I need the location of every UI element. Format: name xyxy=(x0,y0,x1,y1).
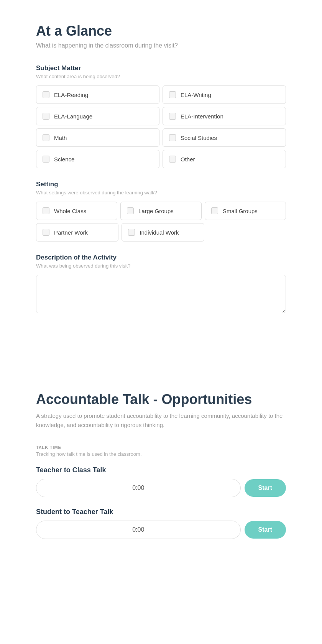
teacher-to-class-section: Teacher to Class Talk 0:00 Start xyxy=(36,466,286,497)
talk-time-label: TALK TIME xyxy=(36,445,286,450)
page-subtitle: What is happening in the classroom durin… xyxy=(36,42,286,49)
checkbox-math[interactable]: Math xyxy=(36,128,159,147)
checkbox-box-large-groups xyxy=(127,207,134,214)
accountable-talk-title: Accountable Talk - Opportunities xyxy=(36,391,286,407)
checkbox-ela-intervention[interactable]: ELA-Intervention xyxy=(163,107,286,125)
teacher-to-class-start-button[interactable]: Start xyxy=(245,479,286,497)
checkbox-label-large-groups: Large Groups xyxy=(138,208,174,214)
checkbox-label-ela-writing: ELA-Writing xyxy=(181,92,211,98)
setting-grid-row1: Whole Class Large Groups Small Groups xyxy=(36,202,286,220)
checkbox-box-whole-class xyxy=(43,207,49,214)
checkbox-box-social-studies xyxy=(169,134,176,141)
checkbox-partner-work[interactable]: Partner Work xyxy=(36,223,118,242)
checkbox-label-ela-reading: ELA-Reading xyxy=(54,92,88,98)
checkbox-individual-work[interactable]: Individual Work xyxy=(122,223,204,242)
checkbox-box-other xyxy=(169,156,176,163)
talk-time-section: TALK TIME Tracking how talk time is used… xyxy=(36,445,286,539)
checkbox-label-whole-class: Whole Class xyxy=(54,208,86,214)
checkbox-small-groups[interactable]: Small Groups xyxy=(205,202,286,220)
activity-label: Description of the Activity xyxy=(36,254,286,261)
setting-desc: What settings were observed during the l… xyxy=(36,190,286,196)
setting-section: Setting What settings were observed duri… xyxy=(36,181,286,242)
teacher-to-class-timer-row: 0:00 Start xyxy=(36,479,286,497)
section-spacer xyxy=(36,315,286,391)
activity-desc: What was being observed during this visi… xyxy=(36,263,286,269)
checkbox-ela-reading[interactable]: ELA-Reading xyxy=(36,85,159,104)
page-title: At a Glance xyxy=(36,23,286,39)
checkbox-label-ela-intervention: ELA-Intervention xyxy=(181,113,223,120)
talk-time-desc: Tracking how talk time is used in the cl… xyxy=(36,451,286,457)
setting-grid-row2: Partner Work Individual Work xyxy=(36,223,204,242)
checkbox-box-individual-work xyxy=(128,229,135,236)
setting-label: Setting xyxy=(36,181,286,188)
teacher-to-class-title: Teacher to Class Talk xyxy=(36,466,286,474)
checkbox-social-studies[interactable]: Social Studies xyxy=(163,128,286,147)
checkbox-whole-class[interactable]: Whole Class xyxy=(36,202,117,220)
student-to-teacher-timer-row: 0:00 Start xyxy=(36,521,286,539)
checkbox-box-ela-language xyxy=(43,113,49,120)
subject-matter-desc: What content area is being observed? xyxy=(36,74,286,79)
checkbox-science[interactable]: Science xyxy=(36,150,159,168)
checkbox-label-social-studies: Social Studies xyxy=(181,135,217,141)
activity-textarea[interactable] xyxy=(36,275,286,313)
checkbox-large-groups[interactable]: Large Groups xyxy=(120,202,202,220)
subject-matter-grid: ELA-Reading ELA-Writing ELA-Language ELA… xyxy=(36,85,286,168)
checkbox-box-partner-work xyxy=(43,229,49,236)
checkbox-box-small-groups xyxy=(211,207,218,214)
checkbox-box-ela-reading xyxy=(43,91,49,98)
checkbox-label-math: Math xyxy=(54,135,67,141)
checkbox-box-math xyxy=(43,134,49,141)
student-to-teacher-timer: 0:00 xyxy=(36,521,241,539)
checkbox-label-individual-work: Individual Work xyxy=(140,229,179,236)
student-to-teacher-title: Student to Teacher Talk xyxy=(36,508,286,516)
checkbox-label-partner-work: Partner Work xyxy=(54,229,88,236)
checkbox-box-science xyxy=(43,156,49,163)
subject-matter-label: Subject Matter xyxy=(36,64,286,72)
checkbox-other[interactable]: Other xyxy=(163,150,286,168)
checkbox-box-ela-intervention xyxy=(169,113,176,120)
checkbox-label-ela-language: ELA-Language xyxy=(54,113,92,120)
checkbox-box-ela-writing xyxy=(169,91,176,98)
student-to-teacher-start-button[interactable]: Start xyxy=(245,521,286,539)
accountable-talk-subtitle: A strategy used to promote student accou… xyxy=(36,411,286,430)
student-to-teacher-section: Student to Teacher Talk 0:00 Start xyxy=(36,508,286,539)
checkbox-ela-writing[interactable]: ELA-Writing xyxy=(163,85,286,104)
checkbox-ela-language[interactable]: ELA-Language xyxy=(36,107,159,125)
checkbox-label-other: Other xyxy=(181,156,195,163)
checkbox-label-small-groups: Small Groups xyxy=(223,208,258,214)
activity-section: Description of the Activity What was bei… xyxy=(36,254,286,315)
subject-matter-section: Subject Matter What content area is bein… xyxy=(36,64,286,168)
checkbox-label-science: Science xyxy=(54,156,74,163)
teacher-to-class-timer: 0:00 xyxy=(36,479,241,497)
